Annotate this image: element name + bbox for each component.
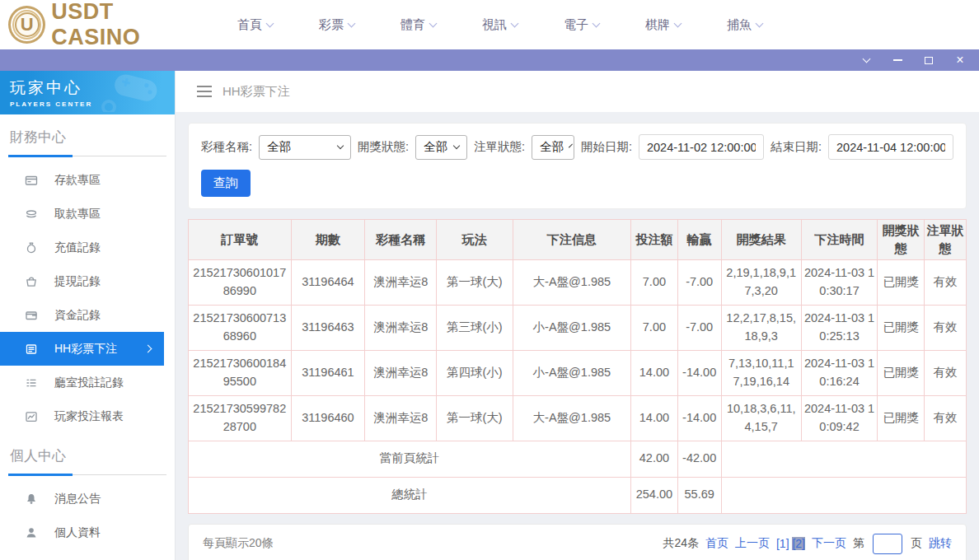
sidebar-item-gear[interactable]: 修改密碼	[0, 549, 175, 560]
window-chevron-down-icon[interactable]	[860, 54, 872, 66]
nav-item-5[interactable]: 電子	[564, 17, 599, 33]
chevron-down-icon	[348, 19, 356, 27]
order-status-select[interactable]: 全部	[532, 135, 574, 160]
table-cell: 有效	[924, 305, 966, 350]
filter-panel: 彩種名稱: 全部 開獎狀態: 全部 注單狀態: 全部	[188, 123, 967, 209]
total-summary-label: 總統計	[189, 477, 631, 513]
sidebar-section-title: 個人中心	[8, 446, 166, 475]
end-date-input[interactable]	[828, 134, 953, 160]
prev-page-link[interactable]: 上一页	[735, 536, 770, 551]
funds-record-icon	[25, 309, 38, 322]
nav-item-7[interactable]: 捕魚	[727, 17, 762, 33]
page-summary-empty	[721, 441, 966, 477]
table-cell: 小-A盤@1.985	[513, 350, 631, 395]
table-cell: 2152173059978228700	[189, 395, 292, 441]
table-cell: 2152173060018495500	[189, 350, 292, 395]
page-link-1[interactable]: [1]	[776, 537, 789, 550]
table-cell: 14.00	[631, 395, 678, 441]
table-cell: 已開獎	[878, 395, 925, 441]
pagination-bar: 每頁顯示20條 共24条 首页 上一页 [1] [2] 下一页 第 页 跳转	[188, 524, 967, 560]
table-cell: 7.00	[631, 305, 678, 350]
table-cell: 31196460	[291, 395, 365, 441]
table-cell: 第三球(小)	[437, 305, 513, 350]
sidebar-item-user[interactable]: 個人資料	[0, 516, 175, 549]
sidebar-item-label: 個人資料	[54, 525, 101, 540]
pager: 共24条 首页 上一页 [1] [2] 下一页 第 页 跳转	[663, 534, 952, 554]
table-cell: 第一球(大)	[437, 395, 513, 441]
column-header: 期數	[291, 220, 365, 260]
order-status-label: 注單狀態:	[474, 139, 525, 155]
sidebar-item-recharge-record[interactable]: 充值記錄	[0, 231, 175, 264]
nav-item-2[interactable]: 彩票	[319, 17, 354, 33]
column-header: 注單狀態	[924, 220, 966, 260]
table-cell: 澳洲幸运8	[365, 395, 437, 441]
sidebar-item-withdraw-record[interactable]: 提現記錄	[0, 264, 175, 298]
sidebar-item-report[interactable]: 玩家投注報表	[0, 399, 175, 433]
chevron-down-icon	[593, 19, 601, 27]
start-date-label: 開始日期:	[581, 139, 632, 155]
sidebar-item-lottery-bet[interactable]: HH彩票下注	[0, 332, 164, 366]
sidebar-item-hall-record[interactable]: 廳室投註記錄	[0, 366, 175, 399]
window-minimize-icon[interactable]	[892, 54, 903, 66]
sidebar-item-withdraw-hand[interactable]: 取款專區	[0, 197, 175, 231]
table-cell: -14.00	[677, 395, 721, 441]
search-button[interactable]: 查詢	[201, 170, 251, 197]
table-cell: 澳洲幸运8	[365, 350, 437, 395]
table-header-row: 訂單號期數彩種名稱玩法下注信息投注額輸贏開獎結果下注時間開獎狀態注單狀態	[189, 220, 967, 260]
chevron-down-icon	[511, 19, 519, 27]
table-cell: 2024-11-03 10:25:13	[801, 305, 878, 350]
sidebar-item-bell[interactable]: 消息公告	[0, 482, 175, 516]
total-summary-bet-total: 254.00	[631, 477, 678, 513]
sidebar-header: 玩家中心 PLAYERS CENTER	[0, 71, 175, 114]
column-header: 訂單號	[189, 220, 292, 260]
select-chevron-icon	[337, 142, 344, 149]
window-close-icon[interactable]: ×	[954, 54, 966, 66]
window-title-bar: ×	[0, 49, 979, 71]
table-cell: 已開獎	[878, 259, 925, 305]
sidebar-item-deposit-card[interactable]: 存款專區	[0, 163, 175, 197]
table-cell: 12,2,17,8,15,18,9,3	[721, 305, 801, 350]
start-date-input[interactable]	[639, 134, 764, 160]
table-cell: 澳洲幸运8	[365, 305, 437, 350]
first-page-link[interactable]: 首页	[705, 536, 728, 551]
sidebar-section-title: 財務中心	[8, 128, 166, 156]
table-cell: -7.00	[677, 305, 721, 350]
next-page-link[interactable]: 下一页	[812, 536, 846, 551]
table-cell: 小-A盤@1.985	[513, 305, 631, 350]
lottery-name-select[interactable]: 全部	[259, 135, 351, 160]
sidebar-item-label: 取款專區	[54, 207, 101, 222]
column-header: 彩種名稱	[365, 220, 437, 260]
brand-logo[interactable]: U USDT CASINO	[0, 0, 206, 50]
hamburger-menu-icon[interactable]	[197, 86, 212, 98]
end-date-label: 結束日期:	[771, 139, 822, 155]
nav-item-label: 體育	[400, 17, 425, 33]
total-summary-empty	[721, 477, 966, 513]
draw-status-select[interactable]: 全部	[415, 135, 467, 160]
table-cell: 7,13,10,11,17,19,16,14	[721, 350, 801, 395]
chevron-down-icon	[756, 19, 764, 27]
page-summary-row: 當前頁統計 42.00 -42.00	[189, 441, 967, 477]
table-cell: 7.00	[631, 259, 678, 305]
order-status-value: 全部	[540, 139, 564, 155]
page-link-2[interactable]: [2]	[792, 537, 805, 550]
jump-page-input[interactable]	[873, 534, 902, 554]
sidebar-item-label: 充值記錄	[54, 240, 101, 255]
table-cell: 2152173060101786990	[189, 259, 292, 305]
table-cell: 大-A盤@1.985	[513, 395, 631, 441]
table-cell: 31196463	[291, 305, 365, 350]
nav-item-4[interactable]: 視訊	[482, 17, 518, 33]
sidebar-item-funds-record[interactable]: 資金記錄	[0, 298, 175, 332]
table-cell: 有效	[924, 350, 966, 395]
nav-item-1[interactable]: 首頁	[237, 17, 273, 33]
sidebar-section-items: 消息公告個人資料修改密碼	[0, 475, 175, 560]
table-cell: 2024-11-03 10:09:42	[801, 395, 878, 441]
nav-item-6[interactable]: 棋牌	[645, 17, 681, 33]
coin-logo-icon: U	[8, 6, 45, 44]
nav-item-3[interactable]: 體育	[400, 17, 436, 33]
nav-item-label: 電子	[564, 17, 588, 33]
page-summary-bet-total: 42.00	[631, 441, 678, 477]
window-maximize-icon[interactable]	[923, 54, 934, 66]
table-cell: 2024-11-03 10:30:17	[801, 259, 878, 305]
jump-button[interactable]: 跳转	[929, 536, 952, 551]
top-header: U USDT CASINO 首頁彩票體育視訊電子棋牌捕魚	[0, 0, 979, 49]
